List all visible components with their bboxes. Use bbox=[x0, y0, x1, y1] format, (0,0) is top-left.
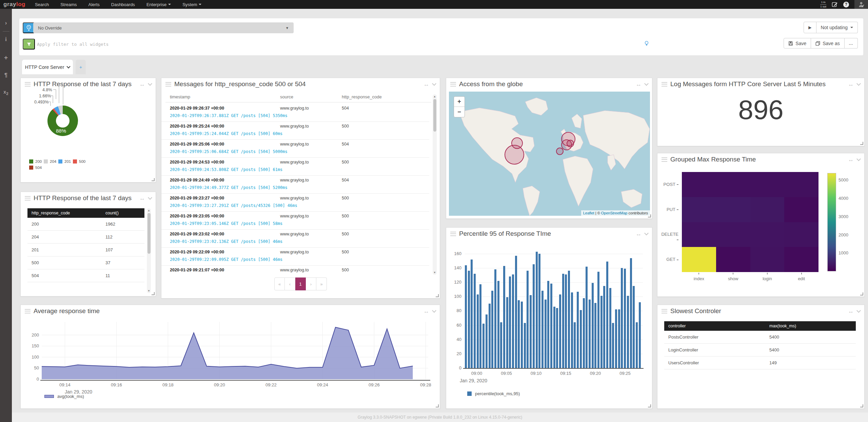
bar[interactable] bbox=[553, 307, 555, 368]
bar[interactable] bbox=[568, 271, 570, 368]
nav-item-enterprise[interactable]: Enterprise bbox=[146, 2, 171, 7]
bar[interactable] bbox=[491, 291, 493, 368]
bar[interactable] bbox=[479, 284, 481, 368]
bar[interactable] bbox=[503, 266, 505, 368]
heatmap-cell-DELETE-index[interactable] bbox=[682, 222, 716, 247]
message-row[interactable]: 2020-01-29 09:26:37 +00:00www.graylog.to… bbox=[161, 104, 429, 122]
bar[interactable] bbox=[471, 260, 473, 368]
message-row[interactable]: 2020-01-29 09:23:27 +00:00www.graylog.to… bbox=[161, 194, 429, 212]
resize-horizontal-icon[interactable]: ↔ bbox=[636, 231, 642, 237]
bar[interactable] bbox=[559, 294, 561, 368]
resize-horizontal-icon[interactable]: ↔ bbox=[139, 81, 145, 87]
message-row[interactable]: 2020-01-29 09:23:02 +00:00www.graylog.to… bbox=[161, 230, 429, 248]
bar[interactable] bbox=[524, 323, 526, 368]
lightbulb-icon[interactable] bbox=[644, 41, 649, 47]
graylog-logo[interactable]: graylog bbox=[3, 1, 25, 8]
bar[interactable] bbox=[592, 283, 594, 368]
bar[interactable] bbox=[612, 323, 614, 368]
bar[interactable] bbox=[630, 258, 632, 368]
drag-handle-icon[interactable] bbox=[662, 309, 667, 313]
bar[interactable] bbox=[465, 265, 467, 368]
save-button[interactable]: Save bbox=[784, 38, 811, 49]
bar-chart[interactable] bbox=[465, 248, 643, 368]
area-chart[interactable] bbox=[42, 322, 428, 380]
bar[interactable] bbox=[597, 272, 599, 368]
sidebar-paragraph-icon[interactable]: ¶ bbox=[4, 72, 7, 78]
bar[interactable] bbox=[621, 268, 623, 368]
resize-corner-handle[interactable] bbox=[860, 292, 863, 295]
bar[interactable] bbox=[556, 308, 558, 368]
nav-item-search[interactable]: Search bbox=[35, 2, 49, 7]
bar[interactable] bbox=[530, 295, 532, 368]
page-1-button[interactable]: 1 bbox=[295, 277, 306, 290]
heatmap-cell-GET-index[interactable] bbox=[682, 247, 716, 272]
drag-handle-icon[interactable] bbox=[25, 309, 31, 313]
scroll-up-icon[interactable]: ▲ bbox=[147, 209, 150, 212]
bar[interactable] bbox=[547, 281, 549, 368]
filter-button[interactable] bbox=[23, 39, 35, 50]
bar[interactable] bbox=[577, 292, 579, 368]
bar[interactable] bbox=[615, 309, 617, 368]
message-row[interactable]: 2020-01-29 09:24:49 +00:00www.graylog.to… bbox=[161, 176, 429, 194]
heatmap-cell-PUT-index[interactable] bbox=[682, 197, 716, 222]
table-scrollbar[interactable]: ▲ ▼ bbox=[147, 208, 151, 293]
chevron-down-icon[interactable] bbox=[644, 81, 649, 86]
drag-handle-icon[interactable] bbox=[25, 196, 31, 200]
leaflet-link[interactable]: Leaflet bbox=[583, 211, 594, 215]
next-page-button[interactable]: › bbox=[306, 277, 316, 290]
resize-horizontal-icon[interactable]: ↔ bbox=[423, 308, 429, 314]
resize-corner-handle[interactable] bbox=[860, 404, 863, 407]
save-as-button[interactable]: Save as bbox=[811, 38, 845, 49]
bar[interactable] bbox=[482, 324, 485, 368]
scrollbar-thumb[interactable] bbox=[147, 213, 151, 254]
bar[interactable] bbox=[571, 292, 573, 368]
openstreetmap-link[interactable]: OpenStreetMap bbox=[601, 211, 628, 215]
bar[interactable] bbox=[541, 291, 544, 368]
bar[interactable] bbox=[512, 274, 514, 368]
bar[interactable] bbox=[636, 322, 638, 368]
timerange-select[interactable]: No Override ▼ bbox=[33, 22, 294, 33]
user-menu[interactable] bbox=[854, 0, 868, 9]
resize-horizontal-icon[interactable]: ↔ bbox=[848, 157, 854, 162]
bar[interactable] bbox=[518, 300, 520, 368]
heatmap-cell-POST-index[interactable] bbox=[682, 172, 716, 197]
column-header[interactable]: http_response_code bbox=[27, 211, 70, 215]
bar[interactable] bbox=[468, 271, 470, 368]
bar[interactable] bbox=[550, 284, 552, 368]
message-row[interactable]: 2020-01-29 09:24:53 +00:00www.graylog.to… bbox=[161, 158, 429, 176]
nav-item-dashboards[interactable]: Dashboards bbox=[111, 2, 135, 7]
help-icon[interactable]: ? bbox=[843, 2, 849, 7]
bar[interactable] bbox=[527, 271, 529, 368]
bar[interactable] bbox=[589, 300, 591, 368]
chevron-down-icon[interactable] bbox=[148, 81, 152, 86]
chevron-down-icon[interactable] bbox=[432, 81, 436, 86]
messages-scrollbar[interactable]: ▲ ▼ bbox=[433, 94, 437, 275]
bar[interactable] bbox=[521, 302, 523, 368]
bar[interactable] bbox=[536, 252, 538, 368]
legend-item[interactable]: 201 bbox=[58, 158, 73, 165]
column-header[interactable]: max(took_ms) bbox=[769, 324, 796, 328]
nav-item-alerts[interactable]: Alerts bbox=[88, 2, 100, 7]
sidebar-subscript-icon[interactable]: x2 bbox=[3, 89, 8, 96]
bar[interactable] bbox=[494, 269, 496, 368]
heatmap-cell-POST-edit[interactable] bbox=[784, 172, 818, 197]
bar[interactable] bbox=[627, 296, 629, 368]
heatmap-cell-PUT-login[interactable] bbox=[750, 197, 785, 222]
sidebar-add-icon[interactable]: + bbox=[4, 54, 8, 61]
bar[interactable] bbox=[533, 264, 535, 368]
bar[interactable] bbox=[639, 302, 641, 368]
resize-corner-handle[interactable] bbox=[860, 142, 863, 145]
heatmap-cell-DELETE-show[interactable] bbox=[716, 222, 750, 247]
scroll-down-icon[interactable]: ▼ bbox=[433, 271, 436, 274]
more-actions-button[interactable]: ... bbox=[845, 38, 858, 49]
bar[interactable] bbox=[509, 276, 511, 368]
resize-horizontal-icon[interactable]: ↔ bbox=[423, 81, 429, 87]
map-zoom-in-button[interactable]: + bbox=[454, 97, 465, 107]
bar[interactable] bbox=[562, 274, 564, 368]
prev-page-button[interactable]: ‹ bbox=[285, 277, 295, 290]
bar[interactable] bbox=[580, 310, 582, 368]
heatmap-cell-GET-show[interactable] bbox=[716, 247, 750, 272]
heatmap-cell-DELETE-login[interactable] bbox=[750, 222, 785, 247]
bar[interactable] bbox=[603, 286, 605, 368]
legend-item[interactable]: 204 bbox=[44, 158, 58, 165]
